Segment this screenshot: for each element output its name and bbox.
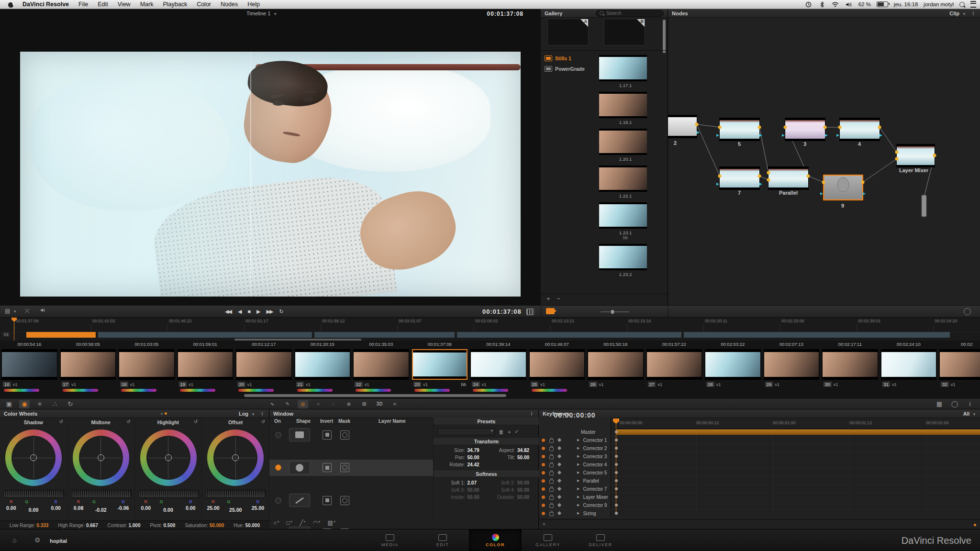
channel-r-value[interactable]: 25.00 xyxy=(202,505,224,511)
stop-button[interactable]: ■ xyxy=(247,309,250,314)
still-thumbnail[interactable] xyxy=(599,244,647,270)
softness-field[interactable]: Soft 3:50.00 xyxy=(436,487,487,493)
keyframe-dot[interactable] xyxy=(615,471,618,474)
grade-parameter[interactable]: Low Range:0.333 xyxy=(10,523,48,528)
lock-icon[interactable] xyxy=(549,447,554,451)
notification-center-icon[interactable] xyxy=(970,1,976,8)
gallery-scrollbar[interactable] xyxy=(663,20,666,53)
timemachine-icon[interactable] xyxy=(805,1,813,8)
curves-icon[interactable]: ∿ xyxy=(267,400,278,408)
timeline-segment[interactable] xyxy=(684,332,950,338)
keyframe-diamond-icon[interactable] xyxy=(557,471,561,474)
nodes-options-icon[interactable]: ⋮ xyxy=(971,11,976,16)
master-wheel[interactable] xyxy=(206,490,266,498)
page-indicator[interactable] xyxy=(165,412,167,415)
master-wheel[interactable] xyxy=(71,490,132,498)
reset-icon[interactable]: ↺ xyxy=(261,419,265,424)
window-outline-icon[interactable]: ○ xyxy=(313,400,323,408)
clip-cell[interactable]: 00:01:12:17 20 v1 xyxy=(234,341,293,399)
keyframe-track[interactable]: ▶ Corrector 9 xyxy=(539,501,980,509)
keyframe-diamond-icon[interactable] xyxy=(557,487,561,491)
keyframe-track[interactable]: ▶ Corrector 7 xyxy=(539,485,980,493)
home-icon[interactable]: ⌂ xyxy=(12,536,16,544)
keyframe-track[interactable]: ▶ Corrector 2 xyxy=(539,444,980,452)
clip-cell[interactable]: 00:02: 32 v1 xyxy=(938,341,980,399)
expand-arrow-icon[interactable]: ▶ xyxy=(577,479,579,483)
key-icon[interactable]: ⊙ xyxy=(344,400,354,408)
collapse-icon[interactable]: « xyxy=(543,521,546,527)
window-options-icon[interactable]: ⋮ xyxy=(529,411,535,416)
lock-icon[interactable] xyxy=(549,512,554,516)
keyframe-ruler[interactable]: 00:00:00:0000:00:00:1200:00:01:0000:00:0… xyxy=(611,418,980,429)
add-curve-window-icon[interactable]: ◠⁺ xyxy=(313,519,321,526)
expand-arrow-icon[interactable]: ▶ xyxy=(577,463,579,466)
unmix-icon[interactable]: ⤫ xyxy=(25,308,30,314)
loop-button[interactable]: ↻ xyxy=(279,309,282,315)
reset-icon[interactable]: ↺ xyxy=(126,419,130,424)
clip-cell[interactable]: 00:01:50:18 26 v1 xyxy=(586,341,645,399)
lock-icon[interactable] xyxy=(549,480,554,484)
keyframe-dot[interactable] xyxy=(615,463,618,466)
apple-menu-icon[interactable] xyxy=(8,1,14,8)
keyframe-dot[interactable] xyxy=(615,479,618,482)
channel-b-value[interactable]: -0.06 xyxy=(112,505,134,511)
keyframe-dot[interactable] xyxy=(615,455,618,458)
gallery-album[interactable]: Stills 1 xyxy=(541,53,597,64)
clip-cell[interactable]: 00:00:58:05 17 v1 xyxy=(59,341,118,399)
reset-icon[interactable]: ↺ xyxy=(194,419,198,424)
track-enable-dot[interactable] xyxy=(542,439,545,442)
clip-cell[interactable]: 00:01:57:22 27 v1 xyxy=(645,341,704,399)
channel-r-value[interactable]: 0.08 xyxy=(67,505,90,511)
track-enable-dot[interactable] xyxy=(542,479,545,483)
lightbox-search-icon[interactable]: ◯ xyxy=(949,400,960,408)
preset-dropdown[interactable] xyxy=(437,428,495,435)
expand-arrow-icon[interactable]: ▶ xyxy=(577,503,579,507)
mask-icon[interactable] xyxy=(340,463,349,472)
menubar-item[interactable]: Color xyxy=(192,1,216,8)
transform-field[interactable]: Aspect:34.82 xyxy=(487,448,537,453)
keyframe-dot[interactable] xyxy=(615,512,618,515)
keyframe-diamond-icon[interactable] xyxy=(557,495,561,499)
window-on-radio[interactable] xyxy=(275,497,281,504)
grid-view-icon[interactable]: ▦ xyxy=(934,400,945,408)
clip-cell[interactable]: 00:01:35:03 22 v1 xyxy=(352,341,411,399)
clip-thumbnail[interactable] xyxy=(178,349,234,380)
node-9-selected[interactable]: 9 xyxy=(820,174,866,209)
transform-field[interactable]: Size:34.79 xyxy=(436,448,487,453)
lock-icon[interactable] xyxy=(549,455,554,459)
lock-icon[interactable] xyxy=(549,496,554,500)
add-gradient-window-icon[interactable]: ▧⁺ xyxy=(328,519,336,526)
camera-raw-icon[interactable]: ▣ xyxy=(4,400,14,408)
gallery-still[interactable]: 1.18.1 xyxy=(599,92,652,125)
timeline-segment[interactable] xyxy=(314,332,455,338)
clip-thumbnail[interactable] xyxy=(588,349,644,380)
add-polygon-window-icon[interactable]: ╱⁺ xyxy=(300,519,306,526)
window-shape-button[interactable] xyxy=(289,428,310,441)
softness-field[interactable]: Soft 4:50.00 xyxy=(487,487,537,493)
expand-arrow-icon[interactable]: ▶ xyxy=(577,511,579,515)
keyframe-track[interactable]: ▶ Parallel xyxy=(539,477,980,485)
tracker-icon[interactable]: ↻ xyxy=(65,400,76,408)
keyframe-dot[interactable] xyxy=(615,504,618,507)
master-wheel[interactable] xyxy=(4,490,64,498)
lock-icon[interactable] xyxy=(549,439,554,443)
menubar-item[interactable]: View xyxy=(113,1,135,8)
node-parallel[interactable]: Parallel xyxy=(767,166,810,196)
node-4[interactable]: 4 xyxy=(836,118,882,147)
track-enable-dot[interactable] xyxy=(542,512,545,515)
keyframe-dot[interactable] xyxy=(615,447,618,450)
window-shape-button[interactable] xyxy=(289,461,310,474)
clip-cell[interactable]: 00:01:37:08 23 v1 bb xyxy=(411,341,469,399)
invert-icon[interactable] xyxy=(323,430,332,440)
gallery-album[interactable]: PowerGrade xyxy=(541,64,597,74)
remove-still-button[interactable]: − xyxy=(557,295,561,302)
channel-g-value[interactable]: 0.00 xyxy=(22,507,45,513)
transform-field[interactable]: Tilt:50.00 xyxy=(487,455,537,460)
clip-cell[interactable]: 00:02:24:10 31 v1 xyxy=(880,341,938,399)
clip-thumbnail[interactable] xyxy=(764,349,820,380)
wheel-puck[interactable] xyxy=(98,454,104,461)
clip-thumbnail[interactable] xyxy=(529,349,585,380)
gallery-still[interactable]: 1.20.1 xyxy=(599,129,652,162)
channel-r-value[interactable]: 0.00 xyxy=(0,505,22,511)
clip-thumbnail[interactable] xyxy=(295,349,351,380)
